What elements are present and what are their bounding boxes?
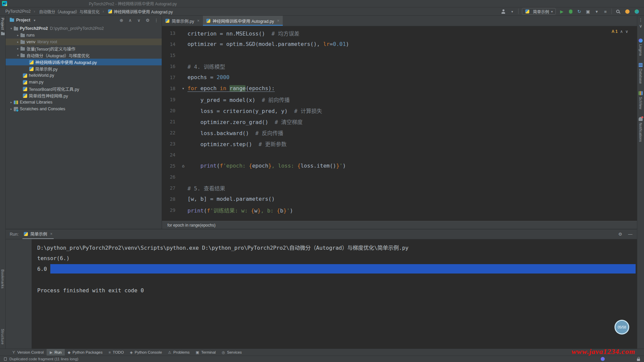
tree-expand-icon[interactable]: ▸: [16, 40, 20, 44]
inspections-widget[interactable]: A 1 ∧ ∨: [611, 29, 628, 34]
toolbar-icon[interactable]: ⋮: [638, 17, 643, 23]
tool-window-label: Version Control: [17, 350, 44, 354]
project-tree-item[interactable]: ▾ PyTorch2Pro2 D:\python_pro\PyTorch2Pro…: [6, 25, 162, 32]
menu-item[interactable]: [59, 0, 65, 7]
stripe-structure-button[interactable]: Structure: [1, 329, 5, 345]
menu-item[interactable]: [41, 0, 47, 7]
tree-expand-icon[interactable]: ▸: [16, 34, 20, 37]
right-stripe-button[interactable]: Database: [639, 63, 643, 84]
menu-item[interactable]: [29, 0, 35, 7]
user-icon[interactable]: [501, 8, 506, 14]
tool-window-button[interactable]: ϒ Version Control: [9, 349, 47, 356]
menu-item[interactable]: [71, 0, 77, 7]
tree-expand-icon[interactable]: ▸: [9, 101, 13, 104]
toolbar-icon[interactable]: ⚙: [145, 17, 150, 23]
toolbar-icon[interactable]: ⋮: [154, 17, 159, 23]
editor-tab[interactable]: 神经网络训练中使用 Autograd.py ×: [203, 16, 283, 26]
toolbar-icon[interactable]: ∨: [136, 17, 142, 23]
tree-expand-icon[interactable]: ▾: [9, 27, 13, 30]
project-tree-item[interactable]: main.py: [6, 79, 162, 85]
toolbar-icon[interactable]: ↻: [577, 8, 582, 14]
toolbar-icon[interactable]: ⊕: [119, 17, 124, 23]
watermark: www.java1234.com: [572, 347, 635, 356]
project-tree-item[interactable]: ▸ runs: [6, 32, 162, 39]
toolbar-icon[interactable]: ▾: [594, 8, 599, 14]
right-stripe-button[interactable]: Notifications: [639, 117, 643, 142]
right-stripe-button[interactable]: Lingma: [639, 39, 643, 56]
console-line: Process finished with exit code 0: [37, 285, 637, 296]
toolbar-icon[interactable]: ∧: [127, 17, 133, 23]
user-caret-icon[interactable]: ▾: [509, 8, 515, 14]
editor-tab[interactable]: 简单示例.py ×: [162, 16, 203, 26]
project-tree-item[interactable]: ▸ venv library root: [6, 39, 162, 45]
project-tree-item[interactable]: 简单示例.py: [6, 65, 162, 72]
tool-window-button[interactable]: ▶ Run: [47, 349, 65, 356]
toolbar-icon[interactable]: [634, 8, 639, 14]
tree-item-label: 简单示例.py: [35, 66, 58, 72]
menu-item[interactable]: [47, 0, 53, 7]
tree-expand-icon[interactable]: ▾: [16, 54, 20, 57]
status-message[interactable]: Duplicated code fragment (11 lines long): [9, 357, 78, 361]
tree-expand-icon[interactable]: ▸: [9, 107, 13, 111]
toolbar-icon[interactable]: —: [628, 231, 633, 237]
tool-window-button[interactable]: ◆ Python Packages: [65, 349, 106, 356]
lock-icon[interactable]: [637, 359, 640, 361]
menu-item[interactable]: [16, 0, 22, 7]
project-tree-item[interactable]: 神经网络训练中使用 Autograd.py: [6, 59, 162, 65]
code-text: # 5. 查看结果: [187, 184, 225, 192]
tree-item-icon: [14, 27, 18, 31]
toolbar-icon[interactable]: ▣: [585, 8, 591, 14]
toolbar-icon[interactable]: ▶: [559, 8, 565, 14]
tab-close-icon[interactable]: ×: [50, 232, 52, 236]
breadcrumb-item[interactable]: 自动微分（Autograd）与梯度优化: [31, 9, 100, 14]
window-control-button[interactable]: [598, 0, 613, 7]
toolbar-icon[interactable]: ∨: [638, 23, 643, 29]
tool-window-button[interactable]: ▣ Terminal: [193, 349, 219, 356]
toolbar-icon[interactable]: [615, 8, 621, 14]
code-line: 17 epochs = 2000: [162, 72, 637, 83]
window-control-button[interactable]: [613, 0, 629, 7]
toolbar-icon[interactable]: ⚙: [618, 231, 623, 237]
window-control-button[interactable]: [629, 0, 644, 7]
prev-warning-icon[interactable]: ∧: [620, 29, 623, 34]
toolbar-icon[interactable]: [568, 8, 573, 14]
sticky-line[interactable]: for epoch in range(epochs): [162, 221, 637, 229]
toolbar-icon[interactable]: [625, 8, 630, 14]
tool-window-button[interactable]: ◎ Services: [219, 349, 245, 356]
project-tree-item[interactable]: 简单线性神经网络.py: [6, 92, 162, 99]
breadcrumb-item[interactable]: 神经网络训练中使用 Autograd.py: [100, 9, 173, 14]
project-tree-item[interactable]: ▸ Scratches and Consoles: [6, 106, 162, 112]
stripe-options-icons[interactable]: ⋮ ∨: [637, 17, 644, 29]
project-panel-title[interactable]: Project ▾: [10, 18, 35, 22]
menu-item[interactable]: [35, 0, 41, 7]
menu-item[interactable]: [53, 0, 59, 7]
menu-item[interactable]: [22, 0, 29, 7]
code-editor[interactable]: 13 criterion = nn.MSELoss() # 均方误差 14 op…: [162, 26, 637, 221]
breadcrumb-item[interactable]: PyTorch2Pro2: [5, 9, 31, 14]
tool-window-button[interactable]: ≡ TODO: [106, 349, 127, 356]
tool-window-button[interactable]: ◈ Python Console: [127, 349, 165, 356]
run-configuration-select[interactable]: 简单示例 ▾: [522, 8, 556, 15]
tab-close-icon[interactable]: ×: [197, 18, 200, 23]
gutter-icon[interactable]: ⌂: [179, 164, 187, 168]
menu-item[interactable]: [10, 0, 16, 7]
tab-close-icon[interactable]: ×: [277, 18, 279, 23]
project-tree-item[interactable]: ▾ 自动微分（Autograd）与梯度优化: [6, 52, 162, 59]
tree-expand-icon[interactable]: ▸: [16, 47, 20, 50]
menu-item[interactable]: [65, 0, 71, 7]
stripe-project-button[interactable]: Project: [1, 18, 5, 30]
stripe-bookmarks-button[interactable]: Bookmarks: [1, 269, 5, 289]
tool-window-button[interactable]: ⚠ Problems: [165, 349, 193, 356]
gutter-icon[interactable]: ▾: [179, 86, 187, 91]
folder-icon[interactable]: [1, 33, 5, 35]
run-console[interactable]: D:\python_pro\PyTorch2Pro2\venv\Scripts\…: [32, 239, 637, 349]
project-tree-item[interactable]: ▸ 张量(Tensor)的定义与操作: [6, 45, 162, 52]
project-tree-item[interactable]: ▸ External Libraries: [6, 99, 162, 106]
project-tree-item[interactable]: helloWorld.py: [6, 72, 162, 79]
assistant-icon[interactable]: [601, 357, 605, 361]
right-stripe-button[interactable]: SciView: [639, 91, 643, 109]
toolbar-icon[interactable]: ■: [603, 8, 608, 14]
run-tab[interactable]: 简单示例 ×: [22, 229, 54, 239]
project-tree-item[interactable]: TensorBoard可视化工具.py: [6, 85, 162, 92]
next-warning-icon[interactable]: ∨: [625, 29, 628, 34]
